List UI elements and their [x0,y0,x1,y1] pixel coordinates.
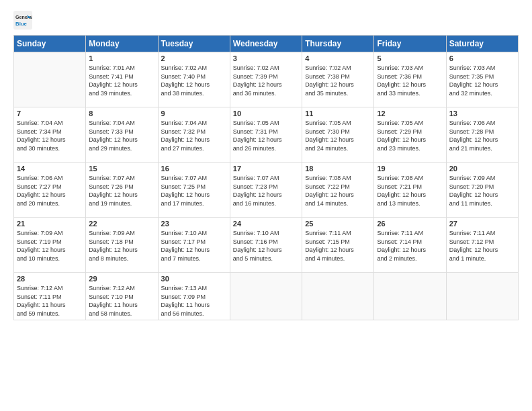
day-cell: 3Sunrise: 7:02 AM Sunset: 7:39 PM Daylig… [230,52,302,107]
day-cell: 17Sunrise: 7:07 AM Sunset: 7:23 PM Dayli… [230,163,302,218]
day-info: Sunrise: 7:09 AM Sunset: 7:19 PM Dayligh… [17,229,83,263]
day-number: 11 [305,109,371,118]
week-row-2: 14Sunrise: 7:06 AM Sunset: 7:27 PM Dayli… [14,163,519,218]
day-number: 1 [89,54,154,62]
day-info: Sunrise: 7:04 AM Sunset: 7:33 PM Dayligh… [89,119,154,152]
day-info: Sunrise: 7:08 AM Sunset: 7:21 PM Dayligh… [377,174,443,208]
day-number: 17 [233,165,299,173]
day-number: 29 [89,275,154,283]
day-info: Sunrise: 7:07 AM Sunset: 7:23 PM Dayligh… [233,174,299,208]
day-number: 21 [17,220,83,228]
day-number: 23 [161,220,227,228]
day-info: Sunrise: 7:02 AM Sunset: 7:40 PM Dayligh… [161,64,227,97]
day-number: 2 [161,54,227,62]
day-number: 18 [305,165,371,173]
day-cell: 28Sunrise: 7:12 AM Sunset: 7:11 PM Dayli… [14,273,86,320]
day-cell: 26Sunrise: 7:11 AM Sunset: 7:14 PM Dayli… [374,218,446,273]
day-number: 24 [233,220,299,228]
header-cell-sunday: Sunday [14,36,86,52]
calendar-header: SundayMondayTuesdayWednesdayThursdayFrid… [14,36,519,52]
day-info: Sunrise: 7:05 AM Sunset: 7:30 PM Dayligh… [305,119,371,152]
day-cell: 5Sunrise: 7:03 AM Sunset: 7:36 PM Daylig… [374,52,446,107]
day-cell: 6Sunrise: 7:03 AM Sunset: 7:35 PM Daylig… [446,52,518,107]
week-row-3: 21Sunrise: 7:09 AM Sunset: 7:19 PM Dayli… [14,218,519,273]
day-info: Sunrise: 7:12 AM Sunset: 7:10 PM Dayligh… [89,284,154,318]
day-number: 12 [377,109,443,118]
day-number: 26 [377,220,443,228]
day-cell: 30Sunrise: 7:13 AM Sunset: 7:09 PM Dayli… [158,273,230,320]
day-cell: 16Sunrise: 7:07 AM Sunset: 7:25 PM Dayli… [158,163,230,218]
day-number: 19 [377,165,443,173]
week-row-4: 28Sunrise: 7:12 AM Sunset: 7:11 PM Dayli… [14,273,519,320]
day-cell: 24Sunrise: 7:10 AM Sunset: 7:16 PM Dayli… [230,218,302,273]
day-cell: 13Sunrise: 7:06 AM Sunset: 7:28 PM Dayli… [446,107,518,163]
day-cell: 1Sunrise: 7:01 AM Sunset: 7:41 PM Daylig… [86,52,158,107]
day-cell [302,273,374,320]
day-info: Sunrise: 7:11 AM Sunset: 7:14 PM Dayligh… [377,229,443,263]
day-cell: 29Sunrise: 7:12 AM Sunset: 7:10 PM Dayli… [86,273,158,320]
day-number: 30 [161,275,227,283]
day-number: 13 [449,109,515,118]
day-cell: 15Sunrise: 7:07 AM Sunset: 7:26 PM Dayli… [86,163,158,218]
day-cell [446,273,518,320]
day-number: 10 [233,109,299,118]
day-info: Sunrise: 7:02 AM Sunset: 7:38 PM Dayligh… [305,64,371,97]
header-cell-friday: Friday [374,36,446,52]
day-number: 3 [233,54,299,62]
day-number: 9 [161,109,227,118]
day-number: 28 [17,275,83,283]
header-cell-monday: Monday [86,36,158,52]
day-info: Sunrise: 7:05 AM Sunset: 7:31 PM Dayligh… [233,119,299,152]
day-info: Sunrise: 7:04 AM Sunset: 7:34 PM Dayligh… [17,119,83,152]
day-info: Sunrise: 7:10 AM Sunset: 7:17 PM Dayligh… [161,229,227,263]
day-cell: 9Sunrise: 7:04 AM Sunset: 7:32 PM Daylig… [158,107,230,163]
day-cell [14,52,86,107]
header-cell-thursday: Thursday [302,36,374,52]
day-info: Sunrise: 7:04 AM Sunset: 7:32 PM Dayligh… [161,119,227,152]
day-number: 20 [449,165,515,173]
logo: General Blue [13,11,35,30]
day-cell: 7Sunrise: 7:04 AM Sunset: 7:34 PM Daylig… [14,107,86,163]
day-cell [374,273,446,320]
svg-text:Blue: Blue [15,21,28,27]
calendar-body: 1Sunrise: 7:01 AM Sunset: 7:41 PM Daylig… [14,52,519,320]
day-info: Sunrise: 7:11 AM Sunset: 7:15 PM Dayligh… [305,229,371,263]
week-row-1: 7Sunrise: 7:04 AM Sunset: 7:34 PM Daylig… [14,107,519,163]
day-info: Sunrise: 7:13 AM Sunset: 7:09 PM Dayligh… [161,284,227,318]
day-number: 4 [305,54,371,62]
day-cell: 4Sunrise: 7:02 AM Sunset: 7:38 PM Daylig… [302,52,374,107]
day-info: Sunrise: 7:09 AM Sunset: 7:18 PM Dayligh… [89,229,154,263]
day-number: 14 [17,165,83,173]
day-cell: 2Sunrise: 7:02 AM Sunset: 7:40 PM Daylig… [158,52,230,107]
day-info: Sunrise: 7:05 AM Sunset: 7:29 PM Dayligh… [377,119,443,152]
header: General Blue [13,11,519,30]
header-cell-tuesday: Tuesday [158,36,230,52]
calendar-table: SundayMondayTuesdayWednesdayThursdayFrid… [13,35,519,320]
day-number: 8 [89,109,154,118]
day-info: Sunrise: 7:03 AM Sunset: 7:35 PM Dayligh… [449,64,515,97]
week-row-0: 1Sunrise: 7:01 AM Sunset: 7:41 PM Daylig… [14,52,519,107]
day-info: Sunrise: 7:07 AM Sunset: 7:25 PM Dayligh… [161,174,227,208]
day-info: Sunrise: 7:02 AM Sunset: 7:39 PM Dayligh… [233,64,299,97]
day-cell: 25Sunrise: 7:11 AM Sunset: 7:15 PM Dayli… [302,218,374,273]
day-info: Sunrise: 7:03 AM Sunset: 7:36 PM Dayligh… [377,64,443,97]
calendar-page: General Blue SundayMondayTuesdayWednesda… [0,0,532,411]
day-info: Sunrise: 7:11 AM Sunset: 7:12 PM Dayligh… [449,229,515,263]
day-info: Sunrise: 7:06 AM Sunset: 7:27 PM Dayligh… [17,174,83,208]
day-cell: 27Sunrise: 7:11 AM Sunset: 7:12 PM Dayli… [446,218,518,273]
day-info: Sunrise: 7:12 AM Sunset: 7:11 PM Dayligh… [17,284,83,318]
day-number: 16 [161,165,227,173]
day-info: Sunrise: 7:10 AM Sunset: 7:16 PM Dayligh… [233,229,299,263]
day-number: 6 [449,54,515,62]
day-info: Sunrise: 7:07 AM Sunset: 7:26 PM Dayligh… [89,174,154,208]
day-cell: 18Sunrise: 7:08 AM Sunset: 7:22 PM Dayli… [302,163,374,218]
day-number: 25 [305,220,371,228]
day-cell: 11Sunrise: 7:05 AM Sunset: 7:30 PM Dayli… [302,107,374,163]
day-cell [230,273,302,320]
day-cell: 20Sunrise: 7:09 AM Sunset: 7:20 PM Dayli… [446,163,518,218]
header-cell-wednesday: Wednesday [230,36,302,52]
day-number: 7 [17,109,83,118]
day-cell: 19Sunrise: 7:08 AM Sunset: 7:21 PM Dayli… [374,163,446,218]
day-cell: 14Sunrise: 7:06 AM Sunset: 7:27 PM Dayli… [14,163,86,218]
day-cell: 10Sunrise: 7:05 AM Sunset: 7:31 PM Dayli… [230,107,302,163]
